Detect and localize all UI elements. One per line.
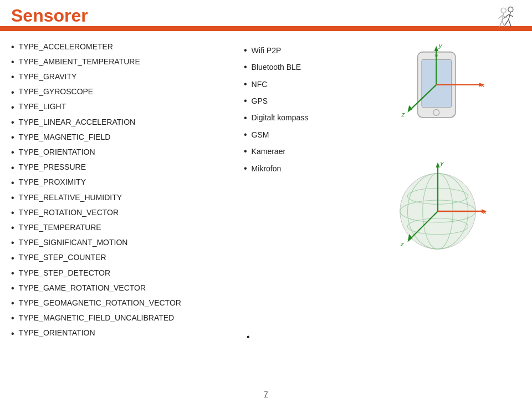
- network-list-item: Wifi P2P: [244, 42, 344, 59]
- person-walking-icon: [493, 4, 521, 32]
- svg-line-7: [502, 13, 504, 21]
- network-list-item: Mikrofon: [244, 160, 344, 177]
- lone-bullet: •: [247, 332, 344, 342]
- sensor-list-item: TYPE_SIGNIFICANT_MOTION: [11, 235, 233, 250]
- main-content: TYPE_ACCELEROMETERTYPE_AMBIENT_TEMPERATU…: [0, 31, 532, 394]
- page-number: 7: [264, 390, 268, 399]
- page-title: Sensorer: [11, 6, 88, 26]
- svg-line-3: [509, 19, 511, 27]
- svg-marker-32: [436, 162, 439, 167]
- sensor-list-item: TYPE_AMBIENT_TEMPERATURE: [11, 54, 233, 69]
- sensor-list-item: TYPE_MAGNETIC_FIELD: [11, 130, 233, 145]
- sensor-list-item: TYPE_TEMPERATURE: [11, 220, 233, 235]
- sensor-list-item: TYPE_GEOMAGNETIC_ROTATION_VECTOR: [11, 296, 233, 311]
- sensor-list: TYPE_ACCELEROMETERTYPE_AMBIENT_TEMPERATU…: [11, 39, 233, 341]
- sensor-list-item: TYPE_RELATIVE_HUMIDITY: [11, 190, 233, 205]
- svg-point-6: [501, 8, 506, 13]
- svg-line-9: [502, 21, 505, 27]
- page-header: Sensorer: [0, 0, 532, 28]
- sensor-list-item: TYPE_ROTATION_VECTOR: [11, 205, 233, 220]
- svg-text:z: z: [401, 110, 405, 118]
- network-list-item: Digitalt kompass: [244, 110, 344, 126]
- diagrams-column: y x z y: [355, 39, 521, 388]
- svg-text:x: x: [483, 208, 487, 216]
- phone-axes-diagram: y x z: [382, 39, 493, 150]
- svg-line-1: [509, 12, 511, 20]
- sphere-axes-diagram: y x z: [382, 156, 493, 267]
- network-list-item: GSM: [244, 126, 344, 143]
- sensor-list-item: TYPE_ORIENTATION: [11, 145, 233, 160]
- sensor-list-item: TYPE_GRAVITY: [11, 69, 233, 84]
- svg-text:z: z: [400, 240, 404, 248]
- network-list-column: Wifi P2PBluetooth BLENFCGPSDigitalt komp…: [244, 39, 344, 388]
- sensor-list-item: TYPE_STEP_DETECTOR: [11, 266, 233, 281]
- svg-line-8: [499, 21, 502, 27]
- sensor-list-item: TYPE_ACCELEROMETER: [11, 39, 233, 54]
- network-list-item: Kameraer: [244, 143, 344, 160]
- sensor-list-item: TYPE_STEP_COUNTER: [11, 251, 233, 266]
- svg-marker-23: [407, 105, 412, 113]
- svg-text:y: y: [440, 159, 444, 167]
- sensor-list-item: TYPE_ORIENTATION: [11, 326, 233, 341]
- svg-text:x: x: [480, 81, 485, 89]
- sensor-list-item: TYPE_MAGNETIC_FIELD_UNCALIBRATED: [11, 311, 233, 325]
- svg-line-2: [504, 19, 508, 26]
- sensor-list-item: TYPE_GYROSCOPE: [11, 85, 233, 100]
- network-list: Wifi P2PBluetooth BLENFCGPSDigitalt komp…: [244, 42, 344, 177]
- svg-line-10: [499, 16, 502, 18]
- sensor-list-item: TYPE_PRESSURE: [11, 160, 233, 175]
- svg-text:y: y: [438, 42, 443, 49]
- sensor-list-column: TYPE_ACCELEROMETERTYPE_AMBIENT_TEMPERATU…: [11, 39, 233, 388]
- svg-point-0: [508, 7, 513, 12]
- network-list-item: NFC: [244, 76, 344, 93]
- sensor-list-item: TYPE_GAME_ROTATION_VECTOR: [11, 281, 233, 296]
- sensor-list-item: TYPE_LINEAR_ACCELERATION: [11, 115, 233, 130]
- network-list-item: Bluetooth BLE: [244, 59, 344, 75]
- svg-marker-17: [434, 46, 438, 51]
- network-list-item: GPS: [244, 93, 344, 109]
- sensor-list-item: TYPE_PROXIMITY: [11, 175, 233, 190]
- sensor-list-item: TYPE_LIGHT: [11, 100, 233, 115]
